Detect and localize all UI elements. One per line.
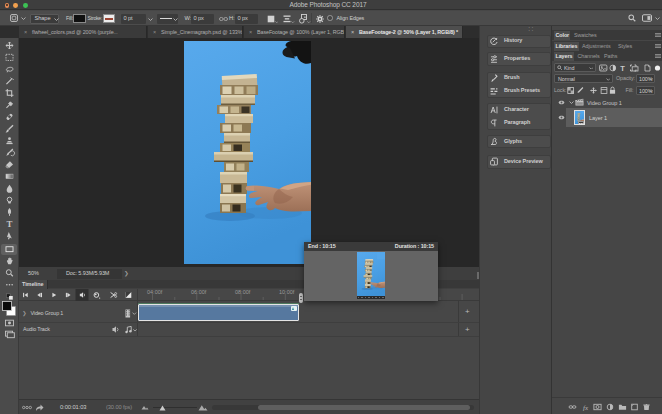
svg-text:fx: fx xyxy=(583,404,589,412)
svg-text:T: T xyxy=(620,64,625,72)
svg-text:T: T xyxy=(7,219,13,229)
